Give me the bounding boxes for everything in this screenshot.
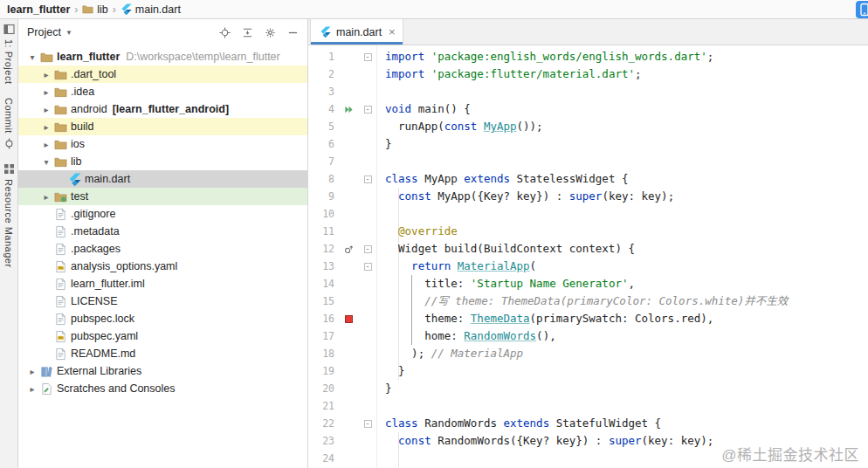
tree-item-external-libraries[interactable]: ▸External Libraries bbox=[18, 362, 307, 380]
code-lines: 1-import 'package:english_words/english_… bbox=[308, 48, 868, 467]
yaml-icon: YML bbox=[53, 330, 68, 343]
project-view-selector[interactable]: Project ▼ bbox=[27, 26, 72, 38]
code-line-6[interactable]: 6} bbox=[308, 135, 868, 153]
code-line-16[interactable]: 16 theme: ThemeData(primarySwatch: Color… bbox=[308, 310, 868, 327]
tree-item-scratches-and-consoles[interactable]: ▸Scratches and Consoles bbox=[18, 380, 307, 397]
code-line-19[interactable]: 19 } bbox=[308, 362, 868, 380]
tree-item-build[interactable]: ▸build bbox=[18, 118, 307, 135]
tree-item-test[interactable]: ▸test bbox=[18, 188, 307, 205]
code-line-9[interactable]: 9 const MyApp({Key? key}) : super(key: k… bbox=[308, 188, 868, 205]
tree-indent bbox=[18, 144, 39, 145]
tree-item-pubspec-lock[interactable]: pubspec.lock bbox=[18, 310, 307, 327]
tree-item-label: lib bbox=[71, 155, 82, 168]
line-number: 9 bbox=[308, 188, 338, 205]
code-text: @override bbox=[376, 223, 458, 240]
fold-marker-icon[interactable]: - bbox=[359, 245, 376, 253]
code-line-24[interactable]: 24 bbox=[308, 450, 868, 467]
code-line-8[interactable]: 8-class MyApp extends StatelessWidget { bbox=[308, 170, 868, 188]
breadcrumb-project[interactable]: learn_flutter bbox=[7, 3, 70, 16]
code-line-14[interactable]: 14 title: 'Startup Name Generator', bbox=[308, 275, 868, 292]
tree-indent bbox=[18, 109, 39, 110]
hide-panel-icon[interactable] bbox=[287, 27, 299, 38]
tree-collapsed-arrow-icon[interactable]: ▸ bbox=[39, 192, 53, 202]
tree-item-pubspec-yaml[interactable]: YMLpubspec.yaml bbox=[18, 327, 307, 345]
code-line-1[interactable]: 1-import 'package:english_words/english_… bbox=[308, 48, 868, 65]
fold-marker-icon[interactable]: - bbox=[359, 176, 376, 183]
code-line-21[interactable]: 21 bbox=[308, 397, 868, 415]
breadcrumb-file[interactable]: main.dart bbox=[121, 3, 181, 16]
override-method-icon[interactable] bbox=[338, 244, 359, 254]
color-red-swatch[interactable] bbox=[338, 315, 359, 323]
tree-item-readme-md[interactable]: README.md bbox=[18, 345, 307, 362]
tree-item-lib[interactable]: ▾lib bbox=[18, 153, 307, 170]
device-phone-icon[interactable] bbox=[856, 1, 868, 18]
code-line-11[interactable]: 11 @override bbox=[308, 223, 868, 240]
run-icon[interactable] bbox=[338, 105, 359, 114]
tree-item-ios[interactable]: ▸ios bbox=[18, 135, 307, 153]
close-tab-icon[interactable]: × bbox=[389, 26, 396, 38]
code-line-7[interactable]: 7 bbox=[308, 153, 868, 170]
code-line-4[interactable]: 4-void main() { bbox=[308, 100, 868, 118]
tree-indent bbox=[18, 371, 25, 372]
tree-collapsed-arrow-icon[interactable]: ▸ bbox=[39, 122, 53, 132]
code-line-15[interactable]: 15 //写 theme: ThemeData(primaryColor: Co… bbox=[308, 292, 868, 310]
tree-item-learn-flutter-iml[interactable]: learn_flutter.iml bbox=[18, 275, 307, 292]
resource-manager-tool-icon bbox=[3, 163, 15, 175]
tree-collapsed-arrow-icon[interactable]: ▸ bbox=[25, 367, 39, 376]
stripe-resource-manager-button[interactable]: Resource Manager bbox=[3, 163, 15, 268]
tree-item--packages[interactable]: .packages bbox=[18, 240, 307, 258]
locate-file-icon[interactable] bbox=[219, 27, 231, 38]
code-line-20[interactable]: 20} bbox=[308, 380, 868, 397]
code-line-10[interactable]: 10 bbox=[308, 205, 868, 223]
tree-collapsed-arrow-icon[interactable]: ▸ bbox=[39, 140, 53, 149]
code-line-18[interactable]: 18 ); // MaterialApp bbox=[308, 345, 868, 362]
tree-item-android[interactable]: ▸android[learn_flutter_android] bbox=[18, 100, 307, 118]
code-line-2[interactable]: 2import 'package:flutter/material.dart'; bbox=[308, 65, 868, 83]
fold-marker-icon[interactable]: - bbox=[359, 106, 376, 114]
stripe-project-label: 1: Project bbox=[3, 39, 14, 84]
stripe-commit-button[interactable]: Commit bbox=[3, 98, 15, 149]
editor-area: main.dart × 1-import 'package:english_wo… bbox=[308, 19, 868, 468]
tool-window-stripe: 1: Project Commit Resource Manager bbox=[0, 19, 18, 468]
code-text: import 'package:flutter/material.dart'; bbox=[376, 65, 642, 83]
fold-marker-icon[interactable]: - bbox=[359, 420, 376, 428]
line-number: 18 bbox=[308, 345, 338, 362]
tree-item-learn-flutter[interactable]: ▾learn_flutterD:\workspace\temp\learn_fl… bbox=[18, 48, 307, 65]
tree-item-suffix: [learn_flutter_android] bbox=[113, 103, 229, 115]
stripe-project-button[interactable]: 1: Project bbox=[3, 24, 15, 84]
settings-gear-icon[interactable] bbox=[265, 27, 276, 38]
breadcrumb-file-label: main.dart bbox=[135, 3, 181, 16]
tree-collapsed-arrow-icon[interactable]: ▸ bbox=[25, 384, 39, 394]
tree-item--metadata[interactable]: .metadata bbox=[18, 223, 307, 240]
tree-collapsed-arrow-icon[interactable]: ▸ bbox=[39, 105, 53, 114]
tree-indent bbox=[18, 249, 39, 250]
code-text: import 'package:english_words/english_wo… bbox=[376, 48, 713, 65]
dart-file-icon bbox=[121, 3, 132, 15]
tab-main-dart[interactable]: main.dart × bbox=[310, 19, 403, 45]
tree-item-license[interactable]: LICENSE bbox=[18, 292, 307, 310]
folder-icon bbox=[53, 86, 68, 99]
collapse-all-icon[interactable] bbox=[242, 27, 253, 38]
fold-marker-icon[interactable]: - bbox=[359, 53, 376, 61]
tree-collapsed-arrow-icon[interactable]: ▸ bbox=[39, 87, 53, 97]
code-line-5[interactable]: 5 runApp(const MyApp()); bbox=[308, 118, 868, 135]
tree-item-analysis-options-yaml[interactable]: YMLanalysis_options.yaml bbox=[18, 258, 307, 275]
line-number: 5 bbox=[308, 118, 338, 135]
tree-expanded-arrow-icon[interactable]: ▾ bbox=[39, 157, 53, 167]
tree-item--dart-tool[interactable]: ▸.dart_tool bbox=[18, 65, 307, 83]
code-line-22[interactable]: 22-class RandomWords extends StatefulWid… bbox=[308, 415, 868, 432]
fold-marker-icon[interactable]: - bbox=[359, 263, 376, 271]
code-line-13[interactable]: 13- return MaterialApp( bbox=[308, 258, 868, 275]
tree-item--idea[interactable]: ▸.idea bbox=[18, 83, 307, 100]
code-line-12[interactable]: 12- Widget build(BuildContext context) { bbox=[308, 240, 868, 258]
code-editor[interactable]: 1-import 'package:english_words/english_… bbox=[308, 45, 868, 468]
line-number: 3 bbox=[308, 83, 338, 100]
tree-collapsed-arrow-icon[interactable]: ▸ bbox=[39, 70, 53, 79]
code-line-17[interactable]: 17 home: RandomWords(), bbox=[308, 327, 868, 345]
code-line-3[interactable]: 3 bbox=[308, 83, 868, 100]
tree-item-main-dart[interactable]: main.dart bbox=[18, 170, 307, 188]
tree-expanded-arrow-icon[interactable]: ▾ bbox=[25, 52, 39, 62]
tree-item--gitignore[interactable]: .gitignore bbox=[18, 205, 307, 223]
breadcrumb-lib[interactable]: lib bbox=[82, 3, 108, 16]
code-line-23[interactable]: 23 const RandomWords({Key? key}) : super… bbox=[308, 432, 868, 450]
